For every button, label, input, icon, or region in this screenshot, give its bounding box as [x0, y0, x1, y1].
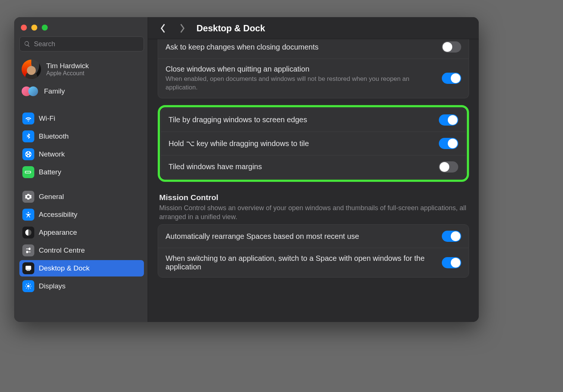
sidebar-item-network[interactable]: Network — [19, 146, 144, 162]
setting-label: Tile by dragging windows to screen edges — [169, 116, 433, 124]
search-icon — [24, 41, 31, 47]
sidebar-item-control-centre[interactable]: Control Centre — [19, 242, 144, 259]
search-input[interactable] — [19, 37, 144, 51]
sidebar-item-label: Appearance — [39, 228, 77, 237]
page-title: Desktop & Dock — [196, 23, 265, 34]
svg-rect-2 — [26, 270, 30, 271]
sidebar-item-appearance[interactable]: Appearance — [19, 224, 144, 241]
sidebar-item-label: Displays — [39, 282, 66, 290]
account-name: Tim Hardwick — [46, 62, 89, 70]
toggle-tile-edges[interactable] — [439, 114, 458, 126]
network-icon — [22, 148, 34, 160]
sidebar-item-displays[interactable]: Displays — [19, 278, 144, 294]
setting-label: Hold ⌥ key while dragging windows to til… — [169, 139, 433, 148]
setting-label: When switching to an application, switch… — [166, 254, 436, 271]
wifi-icon — [22, 113, 34, 124]
family-label: Family — [44, 87, 65, 95]
settings-group-tiling: Tile by dragging windows to screen edges… — [161, 108, 466, 179]
section-description: Mission Control shows an overview of you… — [159, 203, 468, 222]
displays-icon — [22, 280, 34, 292]
section-header-mission-control: Mission Control Mission Control shows an… — [159, 193, 468, 222]
sidebar-item-label: Desktop & Dock — [39, 264, 89, 272]
sidebar-item-general[interactable]: General — [19, 189, 144, 205]
sidebar-item-bluetooth[interactable]: Bluetooth — [19, 128, 144, 145]
setting-label: Automatically rearrange Spaces based on … — [166, 232, 436, 241]
sidebar-item-label: General — [39, 193, 64, 201]
bluetooth-icon — [22, 130, 34, 142]
gear-icon — [22, 191, 34, 203]
minimize-window-button[interactable] — [31, 25, 37, 31]
accessibility-icon — [22, 209, 34, 221]
toggle-tile-margins[interactable] — [439, 161, 458, 173]
close-window-button[interactable] — [21, 25, 27, 31]
account-text: Tim Hardwick Apple Account — [46, 62, 89, 77]
family-row[interactable]: Family — [19, 82, 144, 103]
sidebar-item-label: Accessibility — [39, 211, 77, 219]
appearance-icon — [22, 227, 34, 238]
sidebar-item-label: Wi-Fi — [39, 114, 55, 123]
settings-group-windows: Ask to keep changes when closing documen… — [158, 39, 469, 98]
main-header: Desktop & Dock — [148, 17, 479, 39]
setting-row-tile-margins: Tiled windows have margins — [161, 155, 466, 178]
svg-point-3 — [27, 285, 30, 288]
battery-icon — [22, 166, 34, 178]
toggle-ask-keep-changes[interactable] — [442, 41, 461, 53]
back-button[interactable] — [158, 23, 168, 34]
setting-row-tile-edges: Tile by dragging windows to screen edges — [161, 108, 466, 132]
toggle-switch-space[interactable] — [442, 257, 461, 268]
sidebar-item-label: Bluetooth — [39, 132, 69, 140]
family-avatar — [22, 85, 39, 98]
system-settings-window: Tim Hardwick Apple Account Family Wi-Fi … — [14, 17, 479, 322]
zoom-window-button[interactable] — [42, 25, 48, 31]
search-field-wrap — [19, 37, 144, 51]
svg-rect-1 — [26, 266, 31, 270]
toggle-close-on-quit[interactable] — [442, 73, 461, 84]
highlight-annotation: Tile by dragging windows to screen edges… — [158, 105, 469, 182]
setting-label: Ask to keep changes when closing documen… — [166, 43, 436, 51]
control-centre-icon — [22, 244, 34, 256]
setting-row-auto-rearrange: Automatically rearrange Spaces based on … — [158, 225, 469, 248]
toggle-auto-rearrange[interactable] — [442, 231, 461, 242]
sidebar-item-label: Network — [39, 150, 65, 158]
apple-account-row[interactable]: Tim Hardwick Apple Account — [19, 57, 144, 82]
setting-row-tile-option: Hold ⌥ key while dragging windows to til… — [161, 132, 466, 155]
setting-row-close-on-quit: Close windows when quitting an applicati… — [158, 59, 469, 98]
sidebar-item-battery[interactable]: Battery — [19, 164, 144, 180]
sidebar-item-label: Control Centre — [39, 246, 85, 255]
setting-description: When enabled, open documents and windows… — [166, 75, 436, 92]
window-controls — [19, 22, 144, 37]
main-panel: Desktop & Dock Ask to keep changes when … — [148, 17, 479, 322]
setting-label: Close windows when quitting an applicati… — [166, 65, 436, 73]
sidebar-item-label: Battery — [39, 168, 61, 176]
section-title: Mission Control — [159, 193, 468, 202]
desktop-dock-icon — [22, 262, 34, 274]
sidebar-item-desktop-dock[interactable]: Desktop & Dock — [19, 260, 144, 276]
sidebar-item-accessibility[interactable]: Accessibility — [19, 206, 144, 223]
forward-button[interactable] — [177, 23, 188, 34]
sidebar-item-wifi[interactable]: Wi-Fi — [19, 110, 144, 127]
sidebar: Tim Hardwick Apple Account Family Wi-Fi … — [14, 17, 148, 322]
user-avatar — [22, 60, 41, 79]
settings-group-mission-control: Automatically rearrange Spaces based on … — [158, 224, 469, 278]
setting-row-switch-space: When switching to an application, switch… — [158, 248, 469, 277]
setting-row-ask-keep-changes: Ask to keep changes when closing documen… — [158, 39, 469, 59]
account-subtitle: Apple Account — [46, 70, 89, 77]
toggle-tile-option[interactable] — [439, 138, 458, 149]
svg-point-0 — [28, 212, 29, 213]
setting-label: Tiled windows have margins — [169, 162, 433, 171]
content-scroll[interactable]: Ask to keep changes when closing documen… — [148, 39, 479, 322]
